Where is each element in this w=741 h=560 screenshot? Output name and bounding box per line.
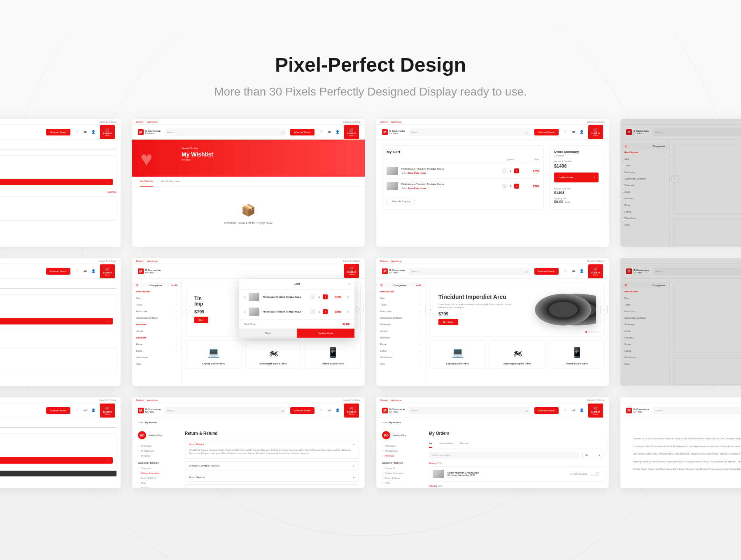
- order-row[interactable]: Order Number 276101201803 January Wednes…: [429, 466, 603, 482]
- category-tile[interactable]: 💻Laptop Spare Parts: [186, 341, 241, 369]
- wishlist-banner: ♥ Special To You My Wishlist 0 Product: [132, 140, 365, 177]
- wishlist-icon[interactable]: ♡: [319, 129, 324, 135]
- order-summary: Order Summary 2 Products Amount To Be Pa…: [550, 145, 603, 210]
- add-new-link[interactable]: + Add New: [0, 191, 117, 193]
- cart-title: My Cart: [387, 150, 539, 154]
- screen-about: English $ US Dollar E-CommerceUI PackSea…: [620, 397, 741, 488]
- hero-title: Pixel-Perfect Design: [0, 54, 741, 76]
- buy-now-button[interactable]: Buy: [194, 317, 208, 323]
- cart-button[interactable]: 🛒$1498.002 Items: [100, 125, 115, 139]
- screen-checkout-edge-1: English $ US Dollar Advanced Search ♡ ⇄ …: [0, 119, 121, 247]
- confirm-order-button[interactable]: Confirm Order›: [0, 179, 113, 185]
- screen-return-refund: DeliveryWarehouseEnglish $ US Dollar E-C…: [132, 397, 365, 488]
- prev-arrow[interactable]: ‹: [183, 306, 190, 313]
- next-arrow[interactable]: ›: [356, 306, 364, 313]
- about-title: About: [633, 426, 741, 432]
- avatar: MO: [138, 431, 146, 439]
- wishlist-icon[interactable]: ♡: [75, 129, 79, 135]
- tab-returns[interactable]: Returns: [460, 440, 469, 448]
- adv-search-button[interactable]: Advanced Search: [46, 129, 70, 135]
- cart-button[interactable]: 🛒$1498.002 Items: [344, 125, 359, 139]
- empty-box-icon: 📦: [132, 203, 365, 217]
- cart-button[interactable]: 🛒$1498.002 Items: [588, 125, 603, 139]
- heart-icon: ♥: [140, 147, 153, 171]
- qty-minus[interactable]: −: [502, 168, 507, 173]
- page-title: Return & Refund: [185, 431, 359, 436]
- breadcrumb: Home › My Account: [132, 418, 365, 427]
- screen-my-orders: DeliveryWarehouseEnglish $ US Dollar E-C…: [376, 397, 609, 488]
- screen-register-modal: English $ US Dollar E-CommerceUI PackSea…: [620, 258, 741, 386]
- screen-checkout-edge-3: English $ US Dollar Advanced Search ♡⇄👤 …: [0, 397, 121, 488]
- buy-now-button[interactable]: Buy Now: [438, 319, 458, 325]
- category-item[interactable]: Road Vehicles: [132, 288, 181, 295]
- prev-icon[interactable]: ‹: [244, 295, 245, 299]
- logo[interactable]: E-CommerceUI Pack: [382, 129, 405, 135]
- screen-login-modal: English $ US Dollar E-CommerceUI Pack Se…: [620, 119, 741, 247]
- order-summary-box: Order Summary 2 Products Amount To Be Pa…: [0, 155, 117, 189]
- cart-dropdown: Cart× ‹Pellentesque Tincidunt Tristique …: [239, 279, 354, 338]
- search-input[interactable]: Search...: [409, 128, 530, 136]
- adv-search-button[interactable]: Advanced Search: [290, 129, 315, 135]
- compare-icon[interactable]: ⇄: [83, 129, 88, 135]
- tab-buy-later[interactable]: Will Be Buy Later: [161, 177, 180, 187]
- compare-icon[interactable]: ⇄: [327, 129, 332, 135]
- hero-subtitle: More than 30 Pixels Perfectly Designed D…: [0, 85, 741, 98]
- tab-all[interactable]: All: [429, 440, 432, 448]
- confirm-button[interactable]: Confirm Order: [297, 329, 354, 338]
- account-icon[interactable]: 👤: [91, 129, 96, 135]
- screen-wishlist-empty: DeliveryWarehouseEnglish $ US Dollar E-C…: [132, 119, 365, 247]
- return-shopping-link[interactable]: ‹ Return To Shopping: [387, 198, 415, 205]
- screen-my-cart: DeliveryWarehouseEnglish $ US Dollar E-C…: [376, 119, 609, 247]
- logo[interactable]: E-CommerceUI Pack: [138, 129, 161, 135]
- search-input[interactable]: Search...: [165, 128, 286, 136]
- close-icon[interactable]: ×: [348, 282, 350, 286]
- adv-search-button[interactable]: Advanced Search: [534, 129, 559, 135]
- tab-my-wishlist[interactable]: My Wishlist: [140, 177, 153, 187]
- back-button[interactable]: Back: [239, 329, 297, 338]
- screen-home-cart-dropdown: DeliveryWarehouseEnglish $ US Dollar E-C…: [132, 258, 365, 386]
- product-hero-image: [530, 291, 596, 328]
- product-image: [387, 167, 398, 175]
- collapse-icon[interactable]: −: [353, 443, 354, 446]
- screen-home: DeliveryWarehouseEnglish $ US Dollar E-C…: [376, 258, 609, 386]
- faq-item[interactable]: Nunc Efficitur− Cras Eu Elit Congue, Ven…: [185, 440, 359, 459]
- sidebar-item[interactable]: My Settings: [138, 443, 179, 448]
- cart-item: Pellentesque Tincidunt Tristique NequeSe…: [387, 178, 539, 194]
- empty-message: Metehan, Your List Is Empty Now.: [132, 221, 365, 225]
- account-icon[interactable]: 👤: [335, 129, 340, 135]
- order-search-input[interactable]: ⌕ Search your orders...: [429, 452, 579, 458]
- cart-item: Pellentesque Tincidunt Tristique NequeSe…: [387, 163, 539, 178]
- prev-arrow[interactable]: ‹: [671, 175, 678, 182]
- qty-plus[interactable]: +: [514, 168, 519, 173]
- filter-dropdown[interactable]: All▾: [583, 452, 603, 458]
- expand-icon[interactable]: +: [353, 464, 354, 467]
- tab-cancellations[interactable]: Cancellations: [439, 440, 454, 448]
- screen-checkout-edge-2: English $ US Dollar Advanced Search ♡⇄👤 …: [0, 258, 121, 386]
- remove-icon[interactable]: ⊖: [347, 295, 350, 299]
- confirm-order-button[interactable]: Confirm Order: [554, 173, 599, 182]
